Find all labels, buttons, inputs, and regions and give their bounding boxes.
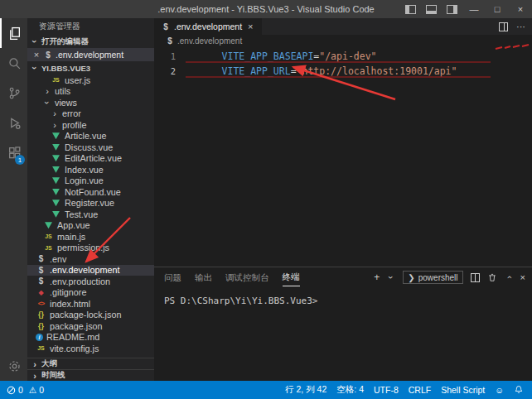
tree-item[interactable]: › error [27, 108, 154, 120]
toggle-secondary-sidebar-icon[interactable] [447, 5, 457, 14]
tree-item[interactable]: JS user.js [27, 75, 154, 86]
extensions-icon[interactable]: 1 [0, 137, 27, 167]
file-name: Test.vue [65, 209, 98, 219]
maximize-button[interactable]: □ [486, 0, 509, 18]
tab-label: .env.development [174, 22, 242, 31]
notifications-bell-icon[interactable] [514, 385, 524, 395]
language-mode[interactable]: Shell Script [441, 385, 485, 395]
tree-item[interactable]: {} package-lock.json [27, 310, 154, 321]
tree-item[interactable]: Article.vue [27, 131, 154, 142]
cursor-position[interactable]: 行 2, 列 42 [285, 384, 326, 396]
tree-item[interactable]: › profile [27, 119, 154, 131]
file-icon: ◆ [36, 289, 46, 296]
file-icon: {} [36, 310, 46, 319]
panel-tab[interactable]: 问题 [164, 269, 181, 286]
eol-sequence[interactable]: CRLF [409, 385, 431, 395]
tree-item[interactable]: ◆ .gitignore [27, 287, 154, 299]
env-value: "http://localhost:19001/api" [297, 65, 457, 77]
error-icon [7, 386, 16, 395]
tree-item[interactable]: $ .env.production [27, 276, 154, 287]
terminal-output[interactable]: PS D:\CSharp\Yi\Yi.BBS.Vue3> [154, 287, 532, 306]
new-terminal-icon[interactable]: + [374, 272, 380, 283]
file-name: .env.development [50, 265, 119, 275]
maximize-panel-icon[interactable]: › [504, 273, 514, 281]
explorer-icon[interactable] [0, 18, 27, 48]
close-panel-icon[interactable]: × [520, 272, 525, 282]
run-debug-icon[interactable] [0, 108, 27, 137]
close-icon[interactable]: × [32, 50, 41, 60]
code-line[interactable]: 2 VITE_APP_URL="http://localhost:19001/a… [154, 64, 532, 79]
bottom-panel: 问题输出调试控制台终端 + › ❯ powershell › × PS D:\C… [154, 267, 532, 381]
file-name: permission.js [57, 243, 109, 252]
file-icon [52, 144, 60, 151]
panel-tab[interactable]: 输出 [195, 269, 212, 286]
tree-item[interactable]: Discuss.vue [27, 142, 154, 153]
tree-item[interactable]: $ .env.development [27, 265, 154, 276]
more-actions-icon[interactable]: ··· [516, 22, 525, 31]
problems-status[interactable]: 0 ⚠ 0 [7, 385, 44, 395]
indentation[interactable]: 空格: 4 [336, 384, 364, 396]
tree-item[interactable]: Index.vue [27, 164, 154, 175]
tree-item[interactable]: <> index.html [27, 298, 154, 310]
tree-item[interactable]: JS permission.js [27, 243, 154, 254]
open-editors-label: 打开的编辑器 [41, 36, 89, 47]
open-editor-filename: .env.development [56, 50, 123, 60]
feedback-smiley-icon[interactable]: ☺ [495, 385, 504, 395]
file-icon [52, 155, 60, 161]
kill-terminal-icon[interactable] [487, 272, 497, 283]
tree-item[interactable]: Register.vue [27, 198, 154, 209]
panel-tab[interactable]: 调试控制台 [225, 269, 269, 286]
toggle-panel-icon[interactable] [426, 5, 437, 14]
source-control-icon[interactable] [0, 78, 27, 108]
panel-tab[interactable]: 终端 [283, 268, 300, 286]
split-editor-icon[interactable] [499, 22, 508, 31]
file-name: .env [50, 254, 66, 264]
split-terminal-icon[interactable] [471, 273, 480, 282]
tree-item[interactable]: $ .env [27, 253, 154, 265]
tree-item[interactable]: EditArticle.vue [27, 153, 154, 165]
code-editor[interactable]: 1 VITE_APP_BASEAPI="/api-dev" 2 VITE_APP… [154, 47, 532, 79]
file-icon: JS [43, 233, 54, 239]
tree-item[interactable]: NotFound.vue [27, 186, 154, 198]
outline-section[interactable]: › 大纲 [27, 358, 154, 369]
tree-item[interactable]: JS main.js [27, 231, 154, 243]
tree-item[interactable]: i README.md [27, 332, 154, 344]
tree-item[interactable]: › views [27, 97, 154, 108]
shell-selector[interactable]: ❯ powershell [403, 271, 462, 284]
timeline-section[interactable]: › 时间线 [27, 369, 154, 381]
tree-item[interactable]: {} package.json [27, 320, 154, 332]
tab-env-development[interactable]: $ .env.development × [154, 18, 263, 35]
file-icon: JS [51, 77, 61, 83]
minimize-button[interactable]: — [462, 0, 486, 18]
close-icon[interactable]: × [246, 22, 254, 31]
file-name: main.js [57, 232, 85, 242]
chevron-down-icon: › [30, 64, 40, 72]
tree-item[interactable]: Test.vue [27, 209, 154, 220]
encoding[interactable]: UTF-8 [374, 385, 399, 395]
open-editors-section[interactable]: › 打开的编辑器 [27, 35, 154, 48]
tree-item[interactable]: App.vue [27, 220, 154, 232]
shellscript-file-icon: $ [44, 50, 52, 60]
file-name: Index.vue [65, 165, 104, 175]
tree-item[interactable]: Login.vue [27, 175, 154, 187]
file-icon: $ [36, 276, 46, 286]
file-name: Login.vue [65, 175, 104, 185]
close-button[interactable]: × [509, 0, 532, 18]
file-icon [52, 177, 60, 184]
open-editor-item[interactable]: × $ .env.development [27, 48, 154, 61]
file-name: user.js [65, 75, 90, 85]
chevron-right-icon: › [31, 371, 39, 381]
project-section[interactable]: › YI.BBS.VUE3 [27, 61, 154, 75]
line-number: 1 [154, 51, 176, 61]
settings-gear-icon[interactable] [0, 351, 27, 381]
tree-item[interactable]: › utils [27, 86, 154, 98]
explorer-sidebar: 资源管理器 › 打开的编辑器 × $ .env.development › YI… [27, 18, 154, 381]
file-icon [52, 132, 60, 139]
file-name: .env.production [50, 276, 110, 286]
terminal-dropdown-icon[interactable]: › [386, 273, 396, 281]
tree-item[interactable]: JS vite.config.js [27, 343, 154, 354]
search-icon[interactable] [0, 48, 27, 78]
terminal-glyph-icon: ❯ [408, 273, 414, 282]
status-bar: 0 ⚠ 0 行 2, 列 42 空格: 4 UTF-8 CRLF Shell S… [0, 381, 532, 399]
toggle-sidebar-icon[interactable] [405, 5, 416, 14]
